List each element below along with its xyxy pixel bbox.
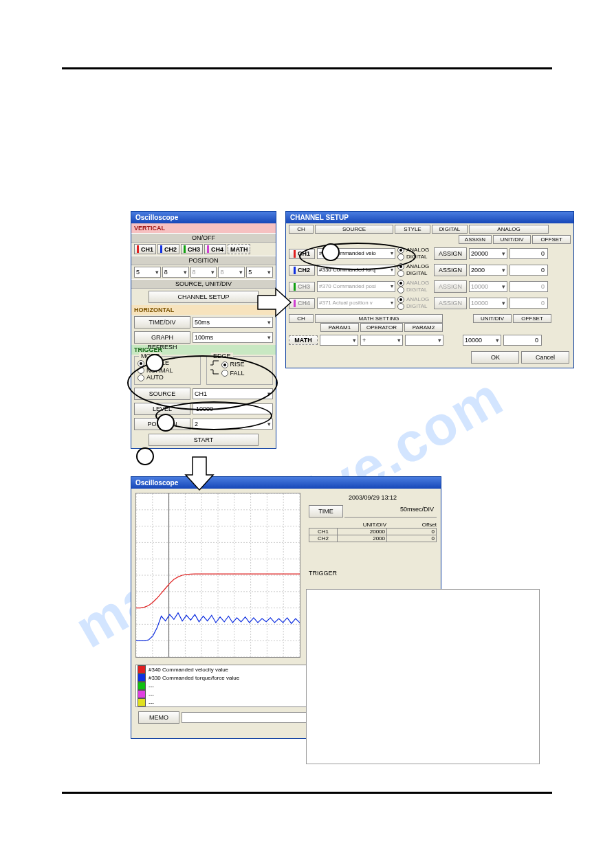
- cancel-button[interactable]: Cancel: [521, 351, 569, 364]
- time-label: TIME: [309, 505, 343, 518]
- hdr-assign: ASSIGN: [459, 235, 492, 244]
- memo-label: MEMO: [138, 711, 179, 724]
- annot-circle-1: [322, 243, 340, 261]
- unitdiv-2: 10000: [469, 281, 507, 292]
- hdr-digital: DIGITAL: [432, 225, 468, 234]
- pos-ch1-select[interactable]: 5: [134, 267, 161, 278]
- osc-title: Oscilloscope: [131, 212, 276, 223]
- math-ch-label[interactable]: MATH: [289, 335, 318, 345]
- position-header: POSITION: [131, 256, 276, 265]
- mhdr-unitdiv: UNIT/DIV: [473, 314, 512, 323]
- assign-btn-1[interactable]: ASSIGN: [434, 264, 467, 276]
- mhdr-param2: PARAM2: [404, 323, 443, 332]
- hdr-ch: CH: [289, 225, 314, 234]
- pos-ch3-select: 8: [190, 267, 217, 278]
- hdr-style: STYLE: [395, 225, 430, 234]
- mhdr-mathsetting: MATH SETTING: [315, 314, 443, 323]
- source-unitdiv-header: SOURCE, UNIT/DIV: [131, 279, 276, 289]
- mhdr-param1: PARAM1: [320, 323, 359, 332]
- col-unitdiv: UNIT/DIV: [336, 522, 386, 528]
- horizontal-section-label: HORIZONTAL: [131, 305, 276, 315]
- arrow-right-icon: [256, 285, 298, 320]
- assign-btn-3: ASSIGN: [434, 297, 467, 309]
- offset-0[interactable]: 0: [509, 248, 548, 259]
- chrow-2: CH3 #370 Commanded posi ANALOG DIGITAL A…: [286, 278, 573, 295]
- ch3-button[interactable]: CH3: [181, 244, 203, 254]
- ch-source-3: #371 Actual position v: [317, 298, 395, 309]
- annot-circle-2: [146, 354, 164, 372]
- start-button[interactable]: START: [149, 434, 259, 446]
- col-offset: Offset: [386, 522, 437, 528]
- ch2-button[interactable]: CH2: [157, 244, 179, 254]
- assign-btn-2: ASSIGN: [434, 280, 467, 293]
- math-param2-select[interactable]: [405, 335, 443, 346]
- arrow-down-icon: [182, 456, 217, 497]
- mhdr-operator: OPERATOR: [360, 323, 403, 332]
- style-analog-2: ANALOG: [397, 280, 432, 287]
- hdr-source: SOURCE: [315, 225, 393, 234]
- mhdr-offset: OFFSET: [513, 314, 551, 323]
- math-offset-input[interactable]: 0: [503, 335, 542, 346]
- time-value: 50msec/DIV: [344, 505, 437, 518]
- ch-source-2: #370 Commanded posi: [317, 281, 395, 292]
- onoff-header: ON/OFF: [131, 233, 276, 243]
- ch1-source-highlight-ellipse: [299, 243, 416, 270]
- unitdiv-1[interactable]: 2000: [469, 265, 507, 276]
- vertical-section-label: VERTICAL: [131, 223, 276, 233]
- offset-1[interactable]: 0: [509, 265, 548, 276]
- annot-circle-3: [157, 414, 175, 432]
- hdr-unitdiv: UNIT/DIV: [493, 235, 531, 244]
- offset-2: 0: [509, 281, 548, 292]
- channel-setup-window: CHANNEL SETUP CH SOURCE STYLE DIGITAL AN…: [285, 211, 574, 368]
- math-button[interactable]: MATH: [228, 244, 250, 254]
- trigger-label-text: TRIGGER: [309, 570, 437, 577]
- style-analog-3: ANALOG: [397, 296, 432, 303]
- ch-label-1[interactable]: CH2: [289, 265, 315, 276]
- hdr-offset: OFFSET: [532, 235, 571, 244]
- chrow-3: CH4 #371 Actual position v ANALOG DIGITA…: [286, 295, 573, 311]
- chsetup-title: CHANNEL SETUP: [286, 212, 573, 223]
- unitdiv-0[interactable]: 20000: [469, 248, 507, 259]
- ch4-button[interactable]: CH4: [204, 244, 226, 254]
- position-selects-row: 5 8 8 8 5: [131, 265, 276, 279]
- pos-math-select[interactable]: 5: [246, 267, 273, 278]
- time-div-label: TIME/DIV: [134, 316, 190, 329]
- ok-button[interactable]: OK: [471, 351, 519, 364]
- offset-3: 0: [509, 298, 548, 309]
- style-digital-1[interactable]: DIGITAL: [397, 270, 432, 277]
- channel-setup-button[interactable]: CHANNEL SETUP: [149, 291, 259, 303]
- assign-btn-0[interactable]: ASSIGN: [434, 247, 467, 260]
- pos-ch2-select[interactable]: 8: [162, 267, 189, 278]
- style-digital-3: DIGITAL: [397, 303, 432, 310]
- hdr-analog: ANALOG: [469, 225, 549, 234]
- graph-refresh-select[interactable]: 100ms: [193, 332, 273, 343]
- result-row-1: CH2 2000 0: [309, 535, 437, 542]
- ch1-button[interactable]: CH1: [134, 244, 156, 254]
- graph-refresh-label: GRAPH REFRESH: [134, 331, 190, 344]
- result-timestamp: 2003/09/29 13:12: [309, 493, 437, 502]
- math-unitdiv-select[interactable]: 10000: [463, 335, 501, 346]
- result-title: Oscilloscope: [131, 477, 441, 489]
- unitdiv-3: 10000: [469, 298, 507, 309]
- blank-overlay: [306, 589, 540, 764]
- scope-chart: [135, 493, 300, 658]
- math-param1-select[interactable]: [320, 335, 358, 346]
- annot-circle-4: [136, 447, 154, 465]
- pos-ch4-select: 8: [218, 267, 245, 278]
- result-row-0: CH1 20000 0: [309, 528, 437, 535]
- channel-buttons-row: CH1 CH2 CH3 CH4 MATH: [131, 243, 276, 256]
- math-operator-select[interactable]: +: [360, 335, 403, 346]
- style-digital-2: DIGITAL: [397, 287, 432, 293]
